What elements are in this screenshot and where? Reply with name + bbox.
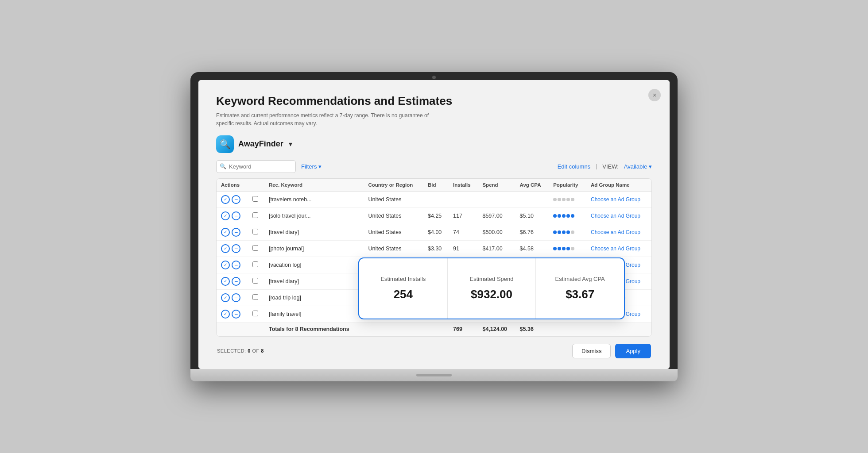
row-checkbox[interactable] (248, 191, 264, 207)
dot-filled (558, 230, 561, 234)
row-actions: ✓ − (217, 289, 248, 306)
ad-group-link-2[interactable]: Choose an Ad Group (591, 229, 640, 235)
row-ad-group[interactable]: Choose an Ad Group (586, 240, 651, 257)
row-popularity (549, 224, 586, 240)
row-checkbox[interactable] (248, 224, 264, 240)
totals-dots (549, 322, 586, 336)
row-country: United States (364, 240, 423, 257)
app-icon: 🔍 (216, 135, 234, 153)
footer-actions: Dismiss Apply (572, 344, 651, 358)
search-wrap: 🔍 (216, 160, 296, 173)
checkbox-6[interactable] (252, 294, 258, 300)
search-input[interactable] (216, 160, 296, 173)
filters-button[interactable]: Filters ▾ (301, 163, 322, 170)
checkbox-7[interactable] (252, 311, 258, 316)
row-keyword: [travel diary] (264, 224, 364, 240)
check-icon-3[interactable]: ✓ (221, 244, 230, 253)
row-checkbox[interactable] (248, 257, 264, 273)
table-header-row: Actions Rec. Keyword Country or Region B… (217, 179, 651, 192)
minus-icon-3[interactable]: − (232, 244, 240, 253)
view-label: VIEW: (602, 163, 619, 170)
of-label: OF (252, 348, 259, 353)
tooltip-cpa-value: $3.67 (566, 288, 594, 301)
minus-icon-7[interactable]: − (232, 310, 240, 319)
totals-country (364, 322, 423, 336)
col-keyword: Rec. Keyword (264, 179, 364, 192)
dot-filled (562, 247, 566, 250)
row-checkbox[interactable] (248, 289, 264, 306)
col-country: Country or Region (364, 179, 423, 192)
row-checkbox[interactable] (248, 306, 264, 322)
row-country: United States (364, 224, 423, 240)
checkbox-5[interactable] (252, 278, 258, 284)
dot-empty (571, 198, 574, 201)
checkbox-2[interactable] (252, 229, 258, 234)
row-checkbox[interactable] (248, 240, 264, 257)
footer-bar: SELECTED: 0 OF 8 Dismiss Apply (216, 344, 652, 358)
close-button[interactable]: × (648, 89, 661, 101)
col-actions: Actions (217, 179, 248, 192)
app-header: 🔍 AwayFinder ▾ (216, 135, 652, 153)
row-ad-group[interactable]: Choose an Ad Group (586, 191, 651, 207)
dot-filled (558, 247, 561, 250)
checkbox-4[interactable] (252, 261, 258, 267)
row-country: United States (364, 207, 423, 224)
totals-keyword: Totals for 8 Recommendations (264, 322, 364, 336)
minus-icon-2[interactable]: − (232, 228, 240, 237)
check-icon-6[interactable]: ✓ (221, 293, 230, 302)
row-checkbox[interactable] (248, 207, 264, 224)
tooltip-installs-label: Estimated Installs (380, 276, 426, 282)
row-popularity (549, 207, 586, 224)
minus-icon-0[interactable]: − (232, 195, 240, 204)
col-spend: Spend (478, 179, 515, 192)
check-icon-4[interactable]: ✓ (221, 261, 230, 269)
row-actions: ✓ − (217, 224, 248, 240)
apply-button[interactable]: Apply (615, 344, 651, 358)
row-keyword: [travel diary] (264, 273, 364, 289)
checkbox-3[interactable] (252, 245, 258, 251)
col-popularity: Popularity (549, 179, 586, 192)
selected-total: 8 (261, 348, 264, 353)
check-icon-2[interactable]: ✓ (221, 228, 230, 237)
tooltip-cpa-label: Estimated Avg CPA (555, 276, 605, 282)
row-bid (423, 191, 449, 207)
search-icon: 🔍 (220, 163, 226, 169)
minus-icon-1[interactable]: − (232, 211, 240, 220)
check-icon-7[interactable]: ✓ (221, 310, 230, 319)
dismiss-button[interactable]: Dismiss (572, 344, 611, 358)
row-actions: ✓ − (217, 273, 248, 289)
modal-title: Keyword Recommendations and Estimates (216, 94, 652, 108)
dot-filled (566, 230, 570, 234)
checkbox-1[interactable] (252, 212, 258, 218)
dot-empty (571, 247, 574, 250)
ad-group-link-1[interactable]: Choose an Ad Group (591, 213, 640, 219)
view-separator: | (596, 163, 597, 169)
view-button[interactable]: Available ▾ (624, 163, 652, 170)
row-actions: ✓ − (217, 207, 248, 224)
row-bid: $3.30 (423, 240, 449, 257)
totals-row: Totals for 8 Recommendations 769 $4,124.… (217, 322, 651, 336)
minus-icon-5[interactable]: − (232, 277, 240, 286)
check-icon-5[interactable]: ✓ (221, 277, 230, 286)
check-icon-0[interactable]: ✓ (221, 195, 230, 204)
dot-filled (558, 214, 561, 218)
tooltip-installs-value: 254 (394, 288, 413, 301)
dot-filled (566, 214, 570, 218)
minus-icon-6[interactable]: − (232, 293, 240, 302)
ad-group-link-0[interactable]: Choose an Ad Group (591, 196, 640, 203)
minus-icon-4[interactable]: − (232, 261, 240, 269)
row-avg-cpa (515, 191, 549, 207)
col-checkbox (248, 179, 264, 192)
ad-group-link-3[interactable]: Choose an Ad Group (591, 246, 640, 252)
dot-empty (566, 198, 570, 201)
row-ad-group[interactable]: Choose an Ad Group (586, 224, 651, 240)
check-icon-1[interactable]: ✓ (221, 211, 230, 220)
dot-filled (553, 247, 557, 250)
edit-columns-button[interactable]: Edit columns (558, 163, 590, 170)
app-dropdown-icon[interactable]: ▾ (289, 140, 292, 148)
row-ad-group[interactable]: Choose an Ad Group (586, 207, 651, 224)
dot-empty (562, 198, 566, 201)
row-checkbox[interactable] (248, 273, 264, 289)
checkbox-0[interactable] (252, 196, 258, 202)
row-popularity (549, 240, 586, 257)
